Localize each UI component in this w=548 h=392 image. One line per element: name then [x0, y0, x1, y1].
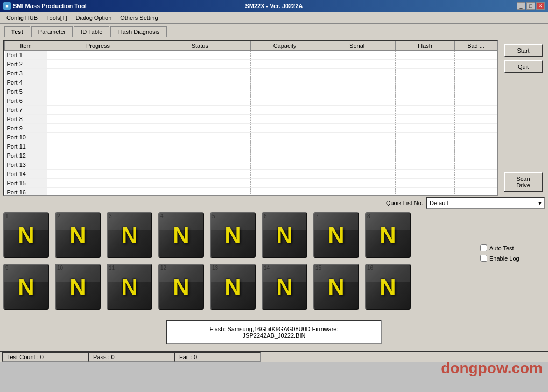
port-n-letter: N	[276, 276, 292, 298]
port-button-7[interactable]: N	[313, 212, 359, 258]
port-number-label: 11	[109, 265, 115, 271]
port-number-label: 12	[160, 265, 166, 271]
flash-info-line2: JSP2242AB_J0222.BIN	[243, 332, 306, 339]
port-label: Port 14	[5, 170, 47, 179]
table-row: Port 15	[5, 179, 497, 188]
port-button-6[interactable]: N	[262, 212, 307, 258]
menu-others-setting[interactable]: Others Setting	[116, 13, 162, 22]
app-title: SMI Mass Production Tool	[13, 3, 87, 9]
port-label: Port 11	[5, 142, 47, 151]
port-n-letter: N	[69, 276, 86, 298]
port-cell-3: 3N	[107, 212, 152, 258]
port-serial	[319, 151, 395, 160]
port-bad	[455, 69, 497, 78]
port-progress	[47, 170, 149, 179]
port-button-4[interactable]: N	[158, 212, 204, 258]
port-button-3[interactable]: N	[107, 212, 152, 258]
tab-test[interactable]: Test	[4, 26, 30, 37]
scan-drive-button[interactable]: Scan Drive	[504, 172, 543, 192]
enable-log-label: Enable Log	[489, 255, 519, 262]
table-row: Port 3	[5, 69, 497, 78]
close-button[interactable]: ✕	[536, 2, 545, 10]
table-row: Port 11	[5, 142, 497, 151]
port-button-5[interactable]: N	[210, 212, 256, 258]
port-label: Port 16	[5, 188, 47, 197]
port-cell-15: 15N	[313, 264, 359, 310]
menu-bar: Config HUB Tools[T] Dialog Option Others…	[0, 12, 548, 24]
port-serial	[319, 115, 395, 124]
auto-test-checkbox[interactable]	[480, 244, 487, 251]
port-bad	[455, 133, 497, 142]
port-serial	[319, 60, 395, 69]
start-button[interactable]: Start	[504, 44, 543, 57]
port-bad	[455, 142, 497, 151]
port-label: Port 7	[5, 106, 47, 115]
port-flash	[395, 133, 454, 142]
maximize-button[interactable]: □	[526, 2, 535, 10]
tab-parameter[interactable]: Parameter	[31, 26, 73, 37]
port-bad	[455, 87, 497, 96]
port-n-letter: N	[224, 224, 241, 247]
port-progress	[47, 124, 149, 133]
port-cell-9: 9N	[3, 264, 49, 310]
flash-info-line1: Flash: Samsung,16GbitK9GAG08U0D Firmware…	[209, 326, 338, 332]
port-bad	[455, 51, 497, 60]
port-progress	[47, 51, 149, 60]
port-serial	[319, 96, 395, 106]
port-cell-11: 11N	[107, 264, 152, 310]
status-fail: Fail : 0	[174, 352, 261, 362]
table-row: Port 9	[5, 124, 497, 133]
port-status	[149, 78, 251, 87]
port-bad	[455, 60, 497, 69]
status-pass: Pass : 0	[88, 352, 174, 362]
port-cell-14: 14N	[262, 264, 307, 310]
tab-flash-diagnosis[interactable]: Flash Diagnosis	[110, 26, 166, 37]
port-n-letter: N	[18, 276, 34, 298]
port-progress	[47, 87, 149, 96]
port-flash	[395, 188, 454, 197]
table-row: Port 4	[5, 78, 497, 87]
quicklist-dropdown[interactable]: Default	[426, 197, 545, 209]
port-number-label: 3	[109, 213, 112, 219]
quit-button[interactable]: Quit	[504, 60, 543, 73]
port-bad	[455, 179, 497, 188]
port-serial	[319, 170, 395, 179]
minimize-button[interactable]: _	[517, 2, 525, 10]
port-cell-6: 6N	[262, 212, 307, 258]
enable-log-checkbox[interactable]	[480, 255, 487, 262]
port-bad	[455, 78, 497, 87]
port-capacity	[251, 179, 319, 188]
port-button-8[interactable]: N	[365, 212, 411, 258]
port-status	[149, 160, 251, 170]
port-status	[149, 115, 251, 124]
port-flash	[395, 96, 454, 106]
table-row: Port 7	[5, 106, 497, 115]
port-n-letter: N	[328, 276, 344, 298]
menu-dialog-option[interactable]: Dialog Option	[72, 13, 116, 22]
port-bad	[455, 170, 497, 179]
port-button-9[interactable]: N	[3, 264, 49, 310]
port-serial	[319, 160, 395, 170]
port-capacity	[251, 115, 319, 124]
port-n-letter: N	[276, 224, 292, 247]
tab-id-table[interactable]: ID Table	[74, 26, 109, 37]
table-row: Port 10	[5, 133, 497, 142]
port-button-1[interactable]: N	[3, 212, 49, 258]
port-bad	[455, 151, 497, 160]
checkbox-panel: Auto Test Enable Log	[480, 212, 545, 312]
table-row: Port 5	[5, 87, 497, 96]
port-serial	[319, 188, 395, 197]
menu-config-hub[interactable]: Config HUB	[2, 13, 42, 22]
port-flash	[395, 87, 454, 96]
port-progress	[47, 133, 149, 142]
port-cell-16: 16N	[365, 264, 411, 310]
menu-tools[interactable]: Tools[T]	[42, 13, 72, 22]
table-row: Port 1	[5, 51, 497, 60]
port-flash	[395, 124, 454, 133]
port-bad	[455, 115, 497, 124]
button-panel: Start Quit Scan Drive	[502, 40, 545, 196]
port-button-2[interactable]: N	[55, 212, 101, 258]
port-label: Port 6	[5, 96, 47, 106]
port-cell-4: 4N	[158, 212, 204, 258]
table-row: Port 16	[5, 188, 497, 197]
